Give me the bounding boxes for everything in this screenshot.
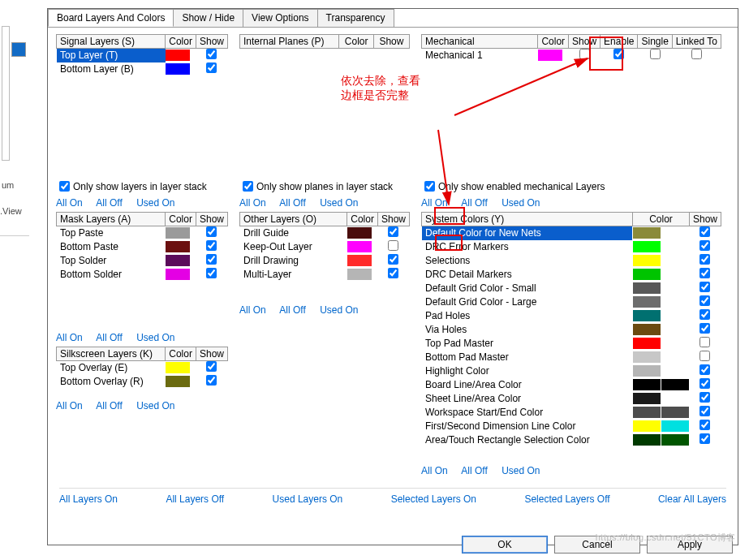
sys-show-0[interactable]: [699, 226, 710, 237]
sys-all-off[interactable]: All Off: [461, 465, 487, 476]
mech-header-enable[interactable]: Enable: [600, 35, 638, 49]
other-used-on[interactable]: Used On: [320, 304, 358, 316]
mask-color-1[interactable]: [166, 240, 196, 254]
sys-color1-2[interactable]: [632, 254, 661, 268]
other-show-0[interactable]: [388, 226, 398, 237]
silk-color-0[interactable]: [166, 361, 196, 375]
signal-header-color[interactable]: Color: [166, 35, 196, 49]
silk-header-color[interactable]: Color: [166, 347, 196, 361]
sys-row-15[interactable]: Area/Touch Rectangle Selection Color: [422, 433, 633, 447]
silk-header-show[interactable]: Show: [196, 347, 227, 361]
other-header-name[interactable]: Other Layers (O): [240, 213, 347, 226]
sys-row-12[interactable]: Sheet Line/Area Color: [422, 392, 633, 406]
mask-header-color[interactable]: Color: [166, 213, 196, 226]
mask-header-show[interactable]: Show: [196, 213, 227, 226]
mask-bottom-solder[interactable]: Bottom Solder: [57, 268, 166, 282]
planes-all-on[interactable]: All On: [239, 197, 266, 209]
mech-enable-1[interactable]: [613, 49, 624, 59]
mask-all-off[interactable]: All Off: [96, 332, 122, 343]
sys-show-15[interactable]: [699, 433, 710, 444]
mask-color-2[interactable]: [166, 254, 196, 268]
other-show-2[interactable]: [388, 254, 398, 265]
other-drill-drawing[interactable]: Drill Drawing: [240, 254, 347, 268]
sys-row-10[interactable]: Highlight Color: [422, 364, 633, 378]
sys-row-11[interactable]: Board Line/Area Color: [422, 378, 633, 392]
other-all-on[interactable]: All On: [239, 304, 266, 316]
mask-show-3[interactable]: [206, 268, 217, 278]
sys-color2-11[interactable]: [661, 378, 689, 392]
sys-color2-15[interactable]: [661, 433, 689, 447]
sys-show-12[interactable]: [699, 392, 710, 403]
signal-header-show[interactable]: Show: [196, 35, 227, 49]
planes-header-show[interactable]: Show: [373, 35, 409, 49]
sys-color1-0[interactable]: [632, 226, 661, 240]
planes-used-on[interactable]: Used On: [320, 197, 358, 209]
silk-show-1[interactable]: [206, 375, 217, 386]
used-layers-on[interactable]: Used Layers On: [273, 493, 343, 505]
sys-header-name[interactable]: System Colors (Y): [422, 213, 633, 226]
mask-top-solder[interactable]: Top Solder: [57, 254, 166, 268]
sys-show-2[interactable]: [699, 254, 710, 265]
selected-layers-off[interactable]: Selected Layers Off: [524, 493, 609, 505]
sys-row-7[interactable]: Via Holes: [422, 323, 633, 337]
sys-color1-12[interactable]: [632, 392, 661, 406]
signal-all-off[interactable]: All Off: [96, 197, 122, 209]
mech-header-name[interactable]: Mechanical: [422, 35, 538, 49]
signal-show-top[interactable]: [206, 49, 217, 59]
sys-row-1[interactable]: DRC Error Markers: [422, 240, 633, 254]
signal-color-bottom[interactable]: [166, 62, 196, 76]
sys-color1-9[interactable]: [632, 351, 661, 364]
sys-show-8[interactable]: [699, 337, 710, 347]
only-mech-checkbox[interactable]: [424, 181, 435, 192]
other-all-off[interactable]: All Off: [279, 304, 305, 316]
signal-header-name[interactable]: Signal Layers (S): [57, 35, 166, 49]
sys-row-3[interactable]: DRC Detail Markers: [422, 268, 633, 282]
sys-color1-10[interactable]: [632, 364, 661, 378]
other-show-3[interactable]: [388, 268, 398, 278]
tab-view-options[interactable]: View Options: [243, 9, 317, 27]
sys-show-14[interactable]: [699, 420, 710, 430]
sys-used-on[interactable]: Used On: [501, 465, 540, 476]
sys-color1-1[interactable]: [632, 240, 661, 254]
sys-show-4[interactable]: [699, 282, 710, 292]
all-layers-on[interactable]: All Layers On: [59, 493, 118, 505]
signal-used-on[interactable]: Used On: [136, 197, 174, 209]
silk-color-1[interactable]: [166, 375, 196, 389]
sys-color1-7[interactable]: [632, 323, 661, 337]
signal-row-top[interactable]: Top Layer (T): [57, 49, 166, 62]
sys-show-1[interactable]: [699, 240, 710, 251]
other-show-1[interactable]: [388, 240, 398, 251]
mask-top-paste[interactable]: Top Paste: [57, 226, 166, 240]
all-layers-off[interactable]: All Layers Off: [166, 493, 224, 505]
sys-show-11[interactable]: [699, 378, 710, 389]
mask-header-name[interactable]: Mask Layers (A): [57, 213, 166, 226]
tab-board-layers[interactable]: Board Layers And Colors: [48, 9, 174, 27]
sys-show-10[interactable]: [699, 364, 710, 375]
mask-color-3[interactable]: [166, 268, 196, 282]
mask-used-on[interactable]: Used On: [136, 332, 174, 343]
sys-color1-6[interactable]: [632, 309, 661, 323]
other-drill-guide[interactable]: Drill Guide: [240, 226, 347, 240]
sys-row-2[interactable]: Selections: [422, 254, 633, 268]
mech-show-1[interactable]: [579, 49, 590, 59]
mech-header-linked[interactable]: Linked To: [672, 35, 721, 49]
clear-all-layers[interactable]: Clear All Layers: [658, 493, 726, 505]
mech-single-1[interactable]: [650, 49, 661, 59]
other-header-color[interactable]: Color: [347, 213, 378, 226]
silk-bottom-overlay[interactable]: Bottom Overlay (R): [57, 375, 166, 389]
mech-all-off[interactable]: All Off: [461, 197, 487, 209]
other-multilayer[interactable]: Multi-Layer: [240, 268, 347, 282]
sys-show-5[interactable]: [699, 295, 710, 306]
silk-header-name[interactable]: Silkscreen Layers (K): [57, 347, 166, 361]
signal-show-bottom[interactable]: [206, 62, 217, 73]
sys-color1-4[interactable]: [632, 282, 661, 295]
other-color-2[interactable]: [347, 254, 378, 268]
signal-color-top[interactable]: [166, 49, 196, 62]
mech-all-on[interactable]: All On: [421, 197, 448, 209]
ok-button[interactable]: OK: [462, 536, 548, 554]
sys-color2-14[interactable]: [661, 420, 689, 433]
silk-all-on[interactable]: All On: [56, 400, 83, 411]
silk-show-0[interactable]: [206, 361, 217, 372]
signal-all-on[interactable]: All On: [56, 197, 83, 209]
sys-color1-8[interactable]: [632, 337, 661, 351]
